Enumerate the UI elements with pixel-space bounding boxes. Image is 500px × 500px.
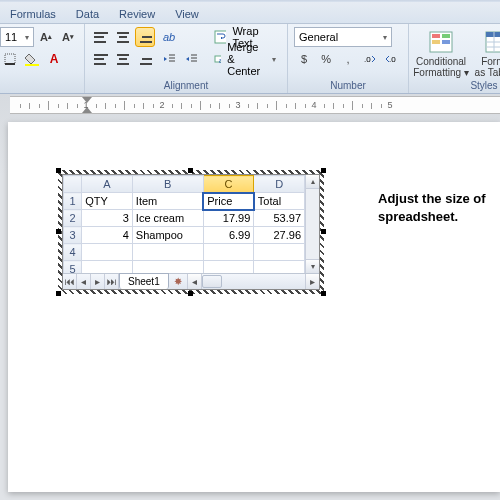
cell-d4[interactable]: [254, 244, 305, 261]
group-alignment: ab Wrap Text a Merge & Center ▾ Al: [85, 24, 288, 93]
resize-handle-bottom[interactable]: [188, 291, 193, 296]
sheet-tab-active[interactable]: Sheet1: [119, 273, 169, 289]
instruction-caption: Adjust the size of spreadsheet.: [378, 190, 486, 226]
indent-decrease-button[interactable]: [159, 49, 179, 69]
shrink-font-button[interactable]: A▾: [58, 27, 78, 47]
svg-text:.0: .0: [389, 55, 396, 64]
column-header-a[interactable]: A: [82, 176, 133, 193]
merge-center-button[interactable]: a Merge & Center ▾: [209, 49, 281, 69]
comma-button[interactable]: ,: [338, 49, 358, 69]
cell-d3[interactable]: 27.96: [254, 227, 305, 244]
resize-handle-left[interactable]: [56, 229, 61, 234]
sheet-nav-prev[interactable]: ◂: [77, 274, 91, 289]
increase-decimal-button[interactable]: .0: [360, 49, 380, 69]
font-size-value: 11: [5, 31, 17, 43]
resize-handle-top[interactable]: [188, 168, 193, 173]
cell-b2[interactable]: Ice cream: [132, 210, 203, 227]
cell-a2[interactable]: 3: [82, 210, 133, 227]
column-header-b[interactable]: B: [132, 176, 203, 193]
row-header-3[interactable]: 3: [64, 227, 82, 244]
select-all-corner[interactable]: [64, 176, 82, 193]
align-left-button[interactable]: [91, 49, 111, 69]
fill-color-button[interactable]: [22, 49, 42, 69]
spreadsheet-frame: A B C D 1 QTY Item Price Total: [62, 174, 320, 290]
group-styles: ConditionalFormatting ▾ Formatas Table ▾…: [409, 24, 500, 93]
cell-c1[interactable]: Price: [203, 193, 254, 210]
resize-handle-top-right[interactable]: [321, 168, 326, 173]
cell-a1[interactable]: QTY: [82, 193, 133, 210]
row-header-1[interactable]: 1: [64, 193, 82, 210]
scroll-up-icon[interactable]: ▴: [306, 175, 319, 189]
group-alignment-label: Alignment: [91, 79, 281, 93]
format-as-table-button[interactable]: Formatas Table ▾: [471, 27, 500, 79]
cell-a5[interactable]: [82, 261, 133, 274]
group-number: General ▾ $ % , .0 .0 Number: [288, 24, 409, 93]
tab-view[interactable]: View: [165, 8, 209, 23]
sheet-nav-next[interactable]: ▸: [91, 274, 105, 289]
column-header-d[interactable]: D: [254, 176, 305, 193]
svg-rect-18: [442, 40, 450, 44]
row-header-5[interactable]: 5: [64, 261, 82, 274]
ruler-number: 4: [311, 100, 316, 110]
scroll-down-icon[interactable]: ▾: [306, 259, 319, 273]
cell-a3[interactable]: 4: [82, 227, 133, 244]
resize-handle-top-left[interactable]: [56, 168, 61, 173]
hscroll-thumb[interactable]: [202, 275, 222, 288]
align-middle-button[interactable]: [113, 27, 133, 47]
align-center-button[interactable]: [113, 49, 133, 69]
align-bottom-button[interactable]: [135, 27, 155, 47]
cell-a4[interactable]: [82, 244, 133, 261]
cell-d5[interactable]: [254, 261, 305, 274]
tab-review[interactable]: Review: [109, 8, 165, 23]
sheet-nav-last[interactable]: ⏭: [105, 274, 119, 289]
cell-c4[interactable]: [203, 244, 254, 261]
font-size-dropdown[interactable]: 11 ▾: [0, 27, 34, 47]
resize-handle-bottom-right[interactable]: [321, 291, 326, 296]
vertical-scrollbar[interactable]: ▴ ▾: [305, 175, 319, 273]
ribbon: 11 ▾ A▴ A▾ A: [0, 24, 500, 94]
currency-button[interactable]: $: [294, 49, 314, 69]
align-top-button[interactable]: [91, 27, 111, 47]
align-right-button[interactable]: [135, 49, 155, 69]
new-sheet-button[interactable]: ✸: [169, 274, 187, 289]
cell-b5[interactable]: [132, 261, 203, 274]
tab-formulas[interactable]: Formulas: [0, 8, 66, 23]
cell-c2[interactable]: 17.99: [203, 210, 254, 227]
wrap-text-icon: [214, 30, 226, 44]
resize-handle-bottom-left[interactable]: [56, 291, 61, 296]
cell-c5[interactable]: [203, 261, 254, 274]
conditional-formatting-icon: [428, 30, 454, 54]
cell-c3[interactable]: 6.99: [203, 227, 254, 244]
cell-d1[interactable]: Total: [254, 193, 305, 210]
svg-rect-2: [25, 64, 39, 66]
scroll-left-icon[interactable]: ◂: [188, 274, 202, 289]
cell-b1[interactable]: Item: [132, 193, 203, 210]
orientation-button[interactable]: ab: [159, 27, 179, 47]
font-color-button[interactable]: A: [44, 49, 64, 69]
border-button[interactable]: [0, 49, 20, 69]
svg-rect-17: [432, 40, 440, 44]
embedded-spreadsheet-object[interactable]: A B C D 1 QTY Item Price Total: [62, 174, 320, 290]
cell-b4[interactable]: [132, 244, 203, 261]
sheet-nav-first[interactable]: ⏮: [63, 274, 77, 289]
spreadsheet-grid[interactable]: A B C D 1 QTY Item Price Total: [63, 175, 305, 273]
grow-font-button[interactable]: A▴: [36, 27, 56, 47]
tab-data[interactable]: Data: [66, 8, 109, 23]
percent-button[interactable]: %: [316, 49, 336, 69]
cell-b3[interactable]: Shampoo: [132, 227, 203, 244]
document-page: A B C D 1 QTY Item Price Total: [8, 122, 500, 492]
row-header-2[interactable]: 2: [64, 210, 82, 227]
number-format-dropdown[interactable]: General ▾: [294, 27, 392, 47]
cell-d2[interactable]: 53.97: [254, 210, 305, 227]
row-header-4[interactable]: 4: [64, 244, 82, 261]
svg-text:a: a: [219, 57, 221, 64]
indent-increase-button[interactable]: [181, 49, 201, 69]
merge-center-label: Merge & Center: [227, 41, 267, 77]
horizontal-ruler[interactable]: 12345: [10, 96, 500, 114]
decrease-decimal-button[interactable]: .0: [382, 49, 402, 69]
horizontal-scrollbar[interactable]: ◂ ▸: [187, 274, 319, 289]
conditional-formatting-button[interactable]: ConditionalFormatting ▾: [415, 27, 467, 79]
resize-handle-right[interactable]: [321, 229, 326, 234]
column-header-c[interactable]: C: [203, 176, 254, 193]
scroll-right-icon[interactable]: ▸: [305, 274, 319, 289]
